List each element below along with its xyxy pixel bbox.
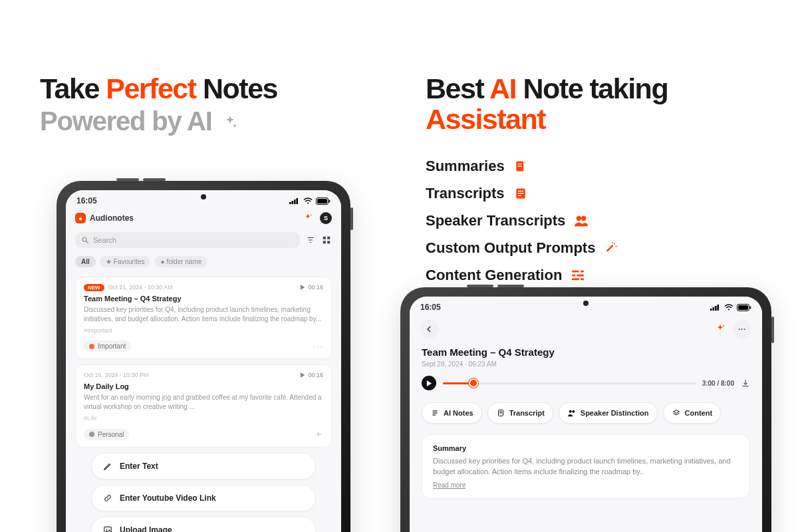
headline-right-line2: Assistant xyxy=(426,104,798,134)
add-icon[interactable]: ＋ xyxy=(314,428,323,440)
svg-rect-22 xyxy=(517,164,521,164)
pencil-icon xyxy=(102,461,113,471)
list-icon xyxy=(430,408,440,418)
feature-content: Content Generation xyxy=(426,267,798,284)
svg-rect-15 xyxy=(327,237,330,239)
play-button[interactable] xyxy=(422,376,436,390)
action-youtube[interactable]: Enter Youtube Video Link xyxy=(91,485,316,511)
app-logo-icon: ● xyxy=(75,213,86,223)
svg-point-32 xyxy=(616,245,617,247)
summary-body: Discussed key priorities for Q4, includi… xyxy=(433,456,739,477)
folder-chip-icon: ● xyxy=(160,258,164,265)
svg-point-28 xyxy=(577,216,581,221)
svg-rect-7 xyxy=(329,200,331,202)
svg-rect-43 xyxy=(718,305,720,311)
more-icon[interactable]: ··· xyxy=(313,342,323,350)
svg-point-8 xyxy=(311,214,312,215)
tab-ai-notes[interactable]: AI Notes xyxy=(422,402,482,424)
search-input[interactable]: Search xyxy=(75,232,300,248)
svg-rect-37 xyxy=(577,275,585,277)
sparkle-icon xyxy=(222,114,238,130)
svg-point-29 xyxy=(581,216,586,221)
wifi-icon xyxy=(303,198,313,204)
feature-list: Summaries Transcripts Speaker Transcript… xyxy=(426,158,798,284)
transcript-icon xyxy=(513,186,529,201)
feature-prompts: Custom Output Prompts xyxy=(426,239,798,257)
svg-point-19 xyxy=(106,529,107,530)
svg-point-4 xyxy=(307,202,309,203)
headline-right: Best AI Note taking xyxy=(426,73,798,104)
image-icon xyxy=(102,525,113,532)
tablet-right: 16:05 ··· Team M xyxy=(400,287,771,532)
svg-rect-1 xyxy=(292,201,294,204)
signal-icon xyxy=(289,198,300,204)
svg-rect-39 xyxy=(581,278,585,280)
svg-rect-38 xyxy=(572,278,579,280)
svg-rect-23 xyxy=(517,166,521,166)
svg-rect-0 xyxy=(289,202,291,204)
star-icon: ★ xyxy=(106,258,112,265)
grid-view-icon[interactable] xyxy=(321,235,332,245)
note-tag[interactable]: Important xyxy=(84,340,131,352)
summary-icon xyxy=(513,158,529,174)
svg-point-9 xyxy=(82,237,86,241)
back-button[interactable] xyxy=(420,320,439,338)
tab-content[interactable]: Content xyxy=(663,402,722,424)
tablet-left: 16:05 ● Audionotes xyxy=(57,181,350,532)
user-avatar[interactable]: S xyxy=(320,212,332,224)
chip-favourites[interactable]: ★Favourites xyxy=(100,256,151,267)
search-icon xyxy=(81,236,89,244)
note-hashtag: #Life xyxy=(84,415,323,422)
note-title: My Daily Log xyxy=(84,382,323,390)
subheadline-left: Powered by AI xyxy=(40,106,412,136)
tab-speaker[interactable]: Speaker Distinction xyxy=(559,402,658,424)
play-duration[interactable]: 00:16 xyxy=(300,372,323,378)
note-title: Team Meeting – Q4 Strategy xyxy=(84,295,323,303)
note-detail-title: Team Meeting – Q4 Strategy xyxy=(410,344,762,360)
play-duration[interactable]: 00:16 xyxy=(300,284,323,291)
svg-rect-27 xyxy=(517,195,521,196)
svg-rect-41 xyxy=(713,307,715,311)
svg-rect-42 xyxy=(715,306,717,311)
tab-transcript[interactable]: Transcript xyxy=(487,402,553,424)
wifi-icon xyxy=(724,304,733,311)
note-card-2[interactable]: Oct 16, 2024 · 10:30 PM 00:16 My Daily L… xyxy=(75,364,332,448)
svg-rect-14 xyxy=(323,237,326,239)
feature-summaries: Summaries xyxy=(426,158,798,175)
download-icon[interactable] xyxy=(741,378,750,388)
svg-rect-40 xyxy=(710,309,712,311)
svg-rect-17 xyxy=(327,241,330,243)
svg-line-10 xyxy=(86,241,88,243)
more-button[interactable]: ··· xyxy=(733,320,751,338)
action-enter-text[interactable]: Enter Text xyxy=(91,453,316,479)
svg-rect-25 xyxy=(517,191,523,192)
svg-point-44 xyxy=(728,309,730,310)
new-badge: NEW xyxy=(84,284,104,291)
svg-point-55 xyxy=(569,410,571,413)
action-upload-image[interactable]: Upload Image xyxy=(91,517,316,532)
note-body: Discussed key priorities for Q4, includi… xyxy=(84,305,323,323)
filter-icon[interactable] xyxy=(305,235,316,245)
svg-rect-46 xyxy=(738,305,748,310)
svg-point-31 xyxy=(614,243,615,244)
chip-folder[interactable]: ●folder name xyxy=(154,256,207,267)
svg-rect-30 xyxy=(606,245,614,252)
sparkle-header-icon[interactable] xyxy=(714,323,726,335)
stack-icon xyxy=(672,408,681,418)
svg-rect-34 xyxy=(572,271,579,273)
note-card-1[interactable]: NEWOct 21, 2024 · 10:30 AM 00:16 Team Me… xyxy=(75,277,332,359)
sparkle-header-icon[interactable] xyxy=(303,213,313,223)
svg-point-48 xyxy=(723,325,724,327)
signal-icon xyxy=(710,304,721,311)
speakers-icon xyxy=(573,213,589,229)
audio-track[interactable] xyxy=(443,382,696,384)
chip-all[interactable]: All xyxy=(75,256,96,267)
read-more-link[interactable]: Read more xyxy=(433,481,466,489)
svg-point-56 xyxy=(572,410,575,413)
note-body: Went for an early morning jog and grabbe… xyxy=(84,393,323,411)
doc-icon xyxy=(496,408,505,418)
headline-left: Take Perfect Notes xyxy=(40,73,412,104)
note-tag[interactable]: Personal xyxy=(84,429,129,440)
svg-rect-2 xyxy=(294,200,296,204)
svg-rect-3 xyxy=(297,198,299,204)
